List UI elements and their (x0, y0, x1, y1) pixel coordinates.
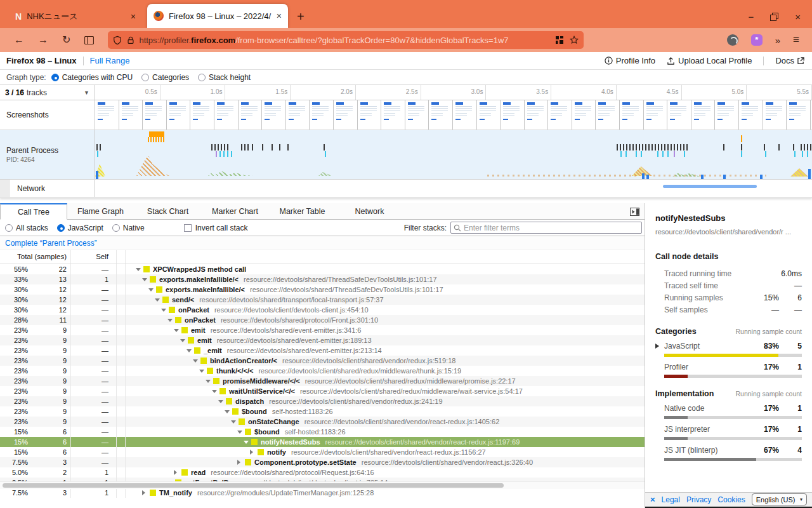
screenshot-thumbnail[interactable] (477, 100, 501, 130)
screenshot-thumbnail[interactable] (262, 100, 286, 130)
browser-tab-profiler[interactable]: Firefox 98 – Linux – 2022/4/ × (147, 4, 288, 28)
screenshot-thumbnail[interactable] (572, 100, 596, 130)
footer-close-icon[interactable]: × (650, 495, 655, 504)
collapse-icon[interactable] (225, 410, 230, 413)
expand-icon[interactable] (250, 450, 253, 455)
call-tree-row[interactable]: 15%6—$boundself-hosted:1183:26 (0, 427, 645, 437)
call-tree-row[interactable]: 23%9—bindActionCreator/<resource://devto… (0, 356, 645, 366)
browser-tab-nhk[interactable]: N NHKニュース × (9, 5, 142, 28)
call-tree-row[interactable]: 23%9—promiseMiddleware/</<resource://dev… (0, 376, 645, 386)
network-request-bar[interactable] (663, 185, 757, 188)
radio-icon[interactable] (112, 224, 120, 232)
call-tree-row[interactable]: 28%11—onPacketresource://devtools/shared… (0, 315, 645, 325)
grid-icon[interactable] (556, 36, 563, 44)
scrollbar-thumb[interactable] (3, 483, 504, 488)
profile-info-button[interactable]: Profile Info (605, 56, 655, 65)
screenshot-thumbnail[interactable] (119, 100, 143, 130)
screenshots-strip[interactable] (95, 100, 812, 130)
collapse-icon[interactable] (174, 329, 179, 332)
call-tree-row[interactable]: 30%12—exports.makeInfallible/<resource:/… (0, 284, 645, 295)
screenshots-track-label[interactable]: Screenshots (0, 100, 95, 130)
expand-icon[interactable] (237, 460, 240, 465)
collapse-icon[interactable] (155, 298, 160, 302)
stack-type-radio[interactable]: Native (112, 224, 145, 232)
collapse-icon[interactable] (142, 278, 147, 281)
window-minimize-button[interactable]: − (748, 12, 754, 22)
footer-link-cookies[interactable]: Cookies (717, 495, 745, 504)
radio-icon[interactable] (57, 224, 65, 232)
menu-hamburger-icon[interactable]: ≡ (793, 34, 799, 46)
call-tree-row[interactable]: 23%9—$boundself-hosted:1183:26 (0, 406, 645, 417)
column-header-total[interactable]: Total (samples) (0, 250, 71, 264)
call-tree-row[interactable]: 5.0%21readresource://devtools/shared/pro… (0, 467, 645, 478)
call-tree-row[interactable]: 7.5%3—Component.prototype.setStateresour… (0, 457, 645, 467)
stack-type-radio[interactable]: All stacks (5, 224, 48, 232)
stack-type-radio[interactable]: JavaScript (57, 224, 103, 232)
collapse-icon[interactable] (187, 349, 192, 352)
collapse-icon[interactable] (244, 441, 249, 444)
horizontal-scrollbar[interactable] (0, 481, 645, 489)
screenshot-thumbnail[interactable] (620, 100, 644, 130)
screenshot-thumbnail[interactable] (310, 100, 334, 130)
radio-icon[interactable] (5, 224, 13, 232)
call-tree-row[interactable]: 33%131exports.makeInfallible/<resource:/… (0, 274, 645, 284)
radio-icon[interactable] (51, 74, 59, 81)
footer-link-privacy[interactable]: Privacy (686, 495, 711, 504)
screenshot-thumbnail[interactable] (239, 100, 263, 130)
collapse-icon[interactable] (237, 431, 242, 434)
screenshot-thumbnail[interactable] (763, 100, 787, 130)
url-bar[interactable]: https://profiler.firefox.com/from-browse… (108, 31, 584, 49)
collapse-icon[interactable] (193, 359, 198, 363)
screenshot-thumbnail[interactable] (644, 100, 668, 130)
screenshot-thumbnail[interactable] (429, 100, 453, 130)
screenshot-thumbnail[interactable] (405, 100, 429, 130)
call-tree-row[interactable]: 23%9—emitresource://devtools/shared/even… (0, 335, 645, 345)
call-tree-row[interactable]: 23%9—thunk/</</<resource://devtools/clie… (0, 366, 645, 376)
call-tree-row[interactable]: 7.5%31TM_notifyresource://gre/modules/Up… (0, 488, 645, 498)
call-tree-row[interactable]: 23%9—waitUntilService/</<resource://devt… (0, 386, 645, 396)
extension-clock-icon[interactable] (727, 34, 738, 46)
expand-icon[interactable] (655, 344, 659, 349)
screenshot-thumbnail[interactable] (214, 100, 239, 130)
bookmark-star-icon[interactable] (570, 36, 579, 44)
collapse-icon[interactable] (231, 420, 236, 424)
screenshot-thumbnail[interactable] (787, 100, 811, 130)
screenshot-thumbnail[interactable] (453, 100, 477, 130)
overflow-chevron-icon[interactable]: » (775, 35, 780, 46)
screenshot-thumbnail[interactable] (548, 100, 572, 130)
screenshot-thumbnail[interactable] (167, 100, 191, 130)
collapse-icon[interactable] (212, 390, 217, 393)
parent-process-track-label[interactable]: Parent Process PID: 4264 (0, 130, 95, 179)
docs-link[interactable]: Docs (775, 56, 804, 65)
collapse-icon[interactable] (167, 319, 173, 322)
tab-close-icon[interactable]: × (277, 11, 282, 21)
radio-icon[interactable] (141, 74, 149, 81)
call-tree-row[interactable]: 30%12—send/<resource://devtools/shared/t… (0, 295, 645, 305)
forward-icon[interactable]: → (38, 35, 48, 45)
call-tree-row[interactable]: 55%22—XPCWrappedJS method call (0, 264, 645, 274)
call-tree-row[interactable]: 15%6—notifyNestedSubsresource://devtools… (0, 437, 645, 447)
filter-stacks-input[interactable] (450, 222, 642, 234)
screenshot-thumbnail[interactable] (334, 100, 358, 130)
screenshot-thumbnail[interactable] (190, 100, 214, 130)
call-tree-row[interactable]: 23%9—_emitresource://devtools/shared/eve… (0, 345, 645, 356)
parent-process-track-canvas[interactable] (95, 130, 812, 179)
tab-marker-chart[interactable]: Marker Chart (202, 203, 269, 219)
screenshot-thumbnail[interactable] (739, 100, 763, 130)
lock-icon[interactable] (126, 36, 135, 45)
footer-link-legal[interactable]: Legal (662, 495, 680, 504)
language-select[interactable]: English (US) ▾ (752, 493, 807, 505)
call-tree-row[interactable]: 23%9—emitresource://devtools/shared/even… (0, 325, 645, 335)
tracks-dropdown[interactable]: 3 / 16 tracks ▼ (0, 85, 95, 100)
screenshot-thumbnail[interactable] (667, 100, 691, 130)
full-range-button[interactable]: Full Range (90, 56, 130, 65)
tab-flame-graph[interactable]: Flame Graph (67, 203, 134, 219)
screenshot-thumbnail[interactable] (501, 100, 525, 130)
network-track-label[interactable]: Network (10, 180, 95, 197)
collapse-icon[interactable] (206, 380, 211, 383)
screenshot-thumbnail[interactable] (691, 100, 716, 130)
expand-icon[interactable] (142, 490, 145, 495)
tab-stack-chart[interactable]: Stack Chart (134, 203, 202, 219)
sidebar-toggle-icon[interactable] (84, 36, 94, 44)
collapse-icon[interactable] (136, 268, 141, 271)
